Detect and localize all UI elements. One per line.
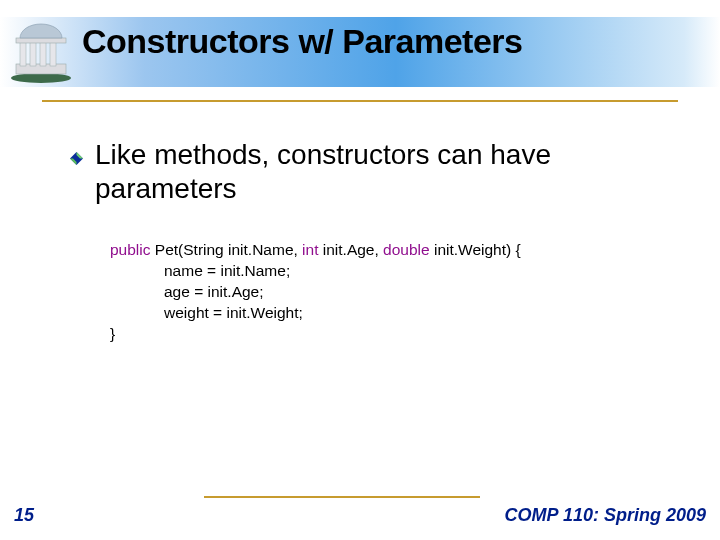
code-line-4: weight = init.Weight;	[164, 303, 670, 324]
keyword-public: public	[110, 241, 151, 258]
diamond-bullet-icon	[70, 152, 83, 165]
content-area: Like methods, constructors can have para…	[70, 138, 670, 345]
code-line-1: public Pet(String init.Name, int init.Ag…	[110, 240, 670, 261]
code-line-3: age = init.Age;	[164, 282, 670, 303]
svg-point-0	[11, 73, 71, 83]
svg-rect-6	[16, 38, 66, 43]
keyword-double: double	[383, 241, 430, 258]
code-block: public Pet(String init.Name, int init.Ag…	[110, 240, 670, 345]
slide: Constructors w/ Parameters Like methods,…	[0, 0, 720, 540]
unc-rotunda-logo	[8, 20, 74, 84]
svg-rect-5	[50, 42, 56, 66]
code-line-5: }	[110, 324, 670, 345]
course-label: COMP 110: Spring 2009	[505, 505, 706, 526]
slide-title: Constructors w/ Parameters	[82, 22, 523, 61]
page-number: 15	[14, 505, 34, 526]
footer-rule	[204, 496, 480, 498]
header-rule	[42, 100, 678, 102]
svg-rect-3	[30, 42, 36, 66]
bullet-item: Like methods, constructors can have para…	[70, 138, 670, 206]
keyword-int: int	[302, 241, 318, 258]
bullet-text: Like methods, constructors can have para…	[95, 138, 670, 206]
svg-rect-4	[40, 42, 46, 66]
code-line-2: name = init.Name;	[164, 261, 670, 282]
svg-rect-2	[20, 42, 26, 66]
